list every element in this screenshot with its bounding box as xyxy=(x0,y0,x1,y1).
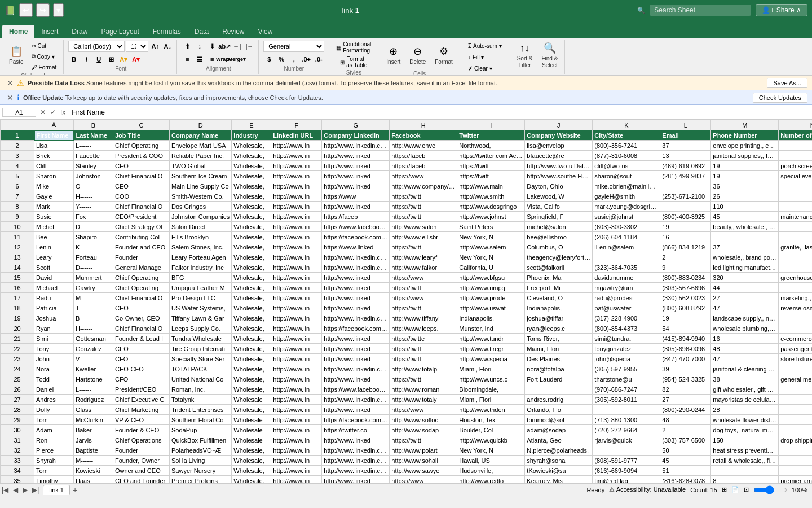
cell-L6[interactable] xyxy=(660,181,711,191)
cell-D15[interactable]: BFG xyxy=(170,273,232,283)
cell-N32[interactable] xyxy=(779,445,812,456)
cell-G23[interactable]: http://www.linked xyxy=(322,354,390,364)
cell-F27[interactable]: http://www.lin xyxy=(271,395,322,405)
cell-H35[interactable]: https://www xyxy=(390,476,457,484)
row-34-header[interactable]: 34 xyxy=(1,466,34,476)
cell-A1[interactable]: First Name xyxy=(34,130,74,141)
cell-D7[interactable]: Smith-Western Co. xyxy=(170,191,232,202)
cell-F25[interactable]: http://www.lin xyxy=(271,374,322,384)
cell-H26[interactable]: http://www.roman xyxy=(390,384,457,395)
cell-H15[interactable]: https://www xyxy=(390,273,457,283)
cell-C18[interactable]: CEO xyxy=(113,303,170,313)
cell-F4[interactable]: http://www.lin xyxy=(271,161,322,171)
align-middle-button[interactable]: ↕ xyxy=(194,41,205,52)
cell-F12[interactable]: http://www.lin xyxy=(271,242,322,252)
cell-F16[interactable]: http://www.lin xyxy=(271,283,322,293)
cell-D6[interactable]: Main Line Supply Co xyxy=(170,181,232,191)
cell-H19[interactable]: http://www.tiffanyl xyxy=(390,313,457,323)
cell-B5[interactable]: Johnston xyxy=(74,171,113,181)
cell-L10[interactable]: 19 xyxy=(660,222,711,232)
cell-G32[interactable]: http://www.linkedin.com/company/polarhea xyxy=(322,445,390,456)
cell-I13[interactable]: New York, N xyxy=(457,252,525,262)
cell-E14[interactable]: Wholesale, xyxy=(232,262,271,273)
cell-L12[interactable]: (866)-834-1219 xyxy=(660,242,711,252)
format-as-table-button[interactable]: ⊞ Formatas Table xyxy=(337,55,370,69)
cell-J15[interactable]: Phoenix, Ma xyxy=(525,273,593,283)
cell-N33[interactable] xyxy=(779,456,812,466)
cell-L28[interactable]: (800)-290-0244 xyxy=(660,405,711,415)
cell-A18[interactable]: Patricia xyxy=(34,303,74,313)
cell-J8[interactable]: Vista, Califo xyxy=(525,202,593,212)
cell-K29[interactable]: (713)-880-1300 xyxy=(593,415,660,425)
cell-L11[interactable]: 16 xyxy=(660,232,711,242)
cell-K32[interactable] xyxy=(593,445,660,456)
cell-F28[interactable]: http://www.lin xyxy=(271,405,322,415)
cell-D14[interactable]: Falkor Industry, Inc xyxy=(170,262,232,273)
cell-G11[interactable]: https://facebook.com/elli xyxy=(322,232,390,242)
text-direction-button[interactable]: ab↗ xyxy=(219,41,230,52)
cell-M1[interactable]: Phone Number xyxy=(711,130,779,141)
cell-L2[interactable]: 37 xyxy=(660,141,711,151)
cell-F5[interactable]: http://www.lin xyxy=(271,171,322,181)
cell-J31[interactable]: Atlanta, Geo xyxy=(525,435,593,445)
cell-F3[interactable]: http://www.lin xyxy=(271,151,322,161)
cell-A32[interactable]: Pierce xyxy=(34,445,74,456)
cell-L26[interactable]: 82 xyxy=(660,384,711,395)
align-left-button[interactable]: ≡ xyxy=(182,54,193,65)
cell-J35[interactable]: Kearney, Mis xyxy=(525,476,593,484)
cell-H8[interactable]: https://twitt xyxy=(390,202,457,212)
cell-M6[interactable]: 36 xyxy=(711,181,779,191)
cell-G27[interactable]: http://www.linkedin.com/company/totalynk xyxy=(322,395,390,405)
row-35-header[interactable]: 35 xyxy=(1,476,34,484)
tab-home[interactable]: Home xyxy=(2,25,34,38)
cell-B34[interactable]: Kowieski xyxy=(74,466,113,476)
cell-C3[interactable]: President & COO xyxy=(113,151,170,161)
cell-E27[interactable]: Wholesale xyxy=(232,395,271,405)
cell-D21[interactable]: Tundra Wholesale xyxy=(170,334,232,344)
increase-font-button[interactable]: A↑ xyxy=(149,41,161,52)
row-21-header[interactable]: 21 xyxy=(1,334,34,344)
cell-E13[interactable]: Wholesale, xyxy=(232,252,271,262)
cell-D29[interactable]: Southern Floral Co xyxy=(170,415,232,425)
cell-N2[interactable] xyxy=(779,141,812,151)
cell-L29[interactable]: 48 xyxy=(660,415,711,425)
cell-D8[interactable]: Dos Gringos xyxy=(170,202,232,212)
cell-reference-input[interactable] xyxy=(2,108,36,117)
cell-H1[interactable]: Facebook xyxy=(390,130,457,141)
cell-E22[interactable]: Wholesale, xyxy=(232,344,271,354)
cell-F8[interactable]: http://www.lin xyxy=(271,202,322,212)
cell-J7[interactable]: Lakewood, W xyxy=(525,191,593,202)
cell-N16[interactable] xyxy=(779,283,812,293)
cell-M7[interactable]: 26 xyxy=(711,191,779,202)
cell-N20[interactable] xyxy=(779,323,812,334)
cell-D27[interactable]: Totalynk xyxy=(170,395,232,405)
cell-L34[interactable]: 51 xyxy=(660,466,711,476)
cell-I20[interactable]: Munster, Ind xyxy=(457,323,525,334)
cell-K9[interactable]: susiej@johnst xyxy=(593,212,660,222)
cell-E19[interactable]: Wholesale, xyxy=(232,313,271,323)
cell-N35[interactable]: premier american kobe,, wagyu beef,, ber… xyxy=(779,476,812,484)
cell-B17[interactable]: M------ xyxy=(74,293,113,303)
row-32-header[interactable]: 32 xyxy=(1,445,34,456)
next-sheet-button[interactable]: ▶ xyxy=(21,485,29,494)
cell-L3[interactable]: 13 xyxy=(660,151,711,161)
row-4-header[interactable]: 4 xyxy=(1,161,34,171)
cell-I14[interactable]: California, U xyxy=(457,262,525,273)
cell-D10[interactable]: Salon Direct xyxy=(170,222,232,232)
cell-B25[interactable]: Hartstone xyxy=(74,374,113,384)
cell-F22[interactable]: http://www.lin xyxy=(271,344,322,354)
cell-N23[interactable]: store fixtures & retail store supplies,,… xyxy=(779,354,812,364)
cell-J32[interactable]: N.pierce@polarheads. xyxy=(525,445,593,456)
cell-C21[interactable]: Founder & Lead I xyxy=(113,334,170,344)
page-layout-view-button[interactable]: 📄 xyxy=(731,486,739,493)
row-27-header[interactable]: 27 xyxy=(1,395,34,405)
cell-D11[interactable]: Ellis Brooklyn xyxy=(170,232,232,242)
cell-E25[interactable]: Wholesale, xyxy=(232,374,271,384)
row-2-header[interactable]: 2 xyxy=(1,141,34,151)
row-19-header[interactable]: 19 xyxy=(1,313,34,323)
cell-F14[interactable]: http://www.lin xyxy=(271,262,322,273)
cell-N31[interactable]: drop shipping,, private label,, wholesal… xyxy=(779,435,812,445)
col-D[interactable]: D xyxy=(170,120,232,130)
cell-G10[interactable]: https://www.facebook.co xyxy=(322,222,390,232)
undo-button[interactable]: ↩ xyxy=(19,3,33,17)
